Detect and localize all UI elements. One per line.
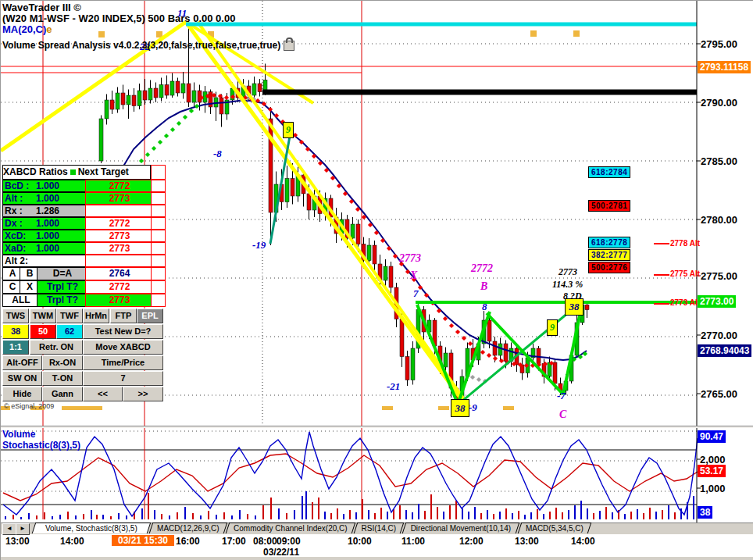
fib-level-badge: 500:2776: [588, 262, 630, 273]
table-cell: 2773: [85, 192, 152, 205]
tab-rsi-14-c-[interactable]: RSI(14,C): [354, 523, 405, 533]
time-axis-label: 14:00: [60, 536, 84, 547]
tab-scroll-left-button[interactable]: ◄: [2, 523, 16, 535]
table-cell: 2772: [85, 180, 152, 192]
wavetrader-window: WaveTrader III © (W20 M1-WSF - W20 INDEX…: [0, 0, 753, 560]
panel-button-move-xabcd[interactable]: Move XABCD: [83, 340, 163, 355]
panel-button-rx-on[interactable]: Rx-ON: [42, 355, 83, 370]
table-cell: 2772: [85, 280, 152, 294]
panel-button--[interactable]: <<: [83, 387, 123, 401]
panel-button-62[interactable]: 62: [56, 324, 83, 339]
wave-label: B: [480, 280, 487, 293]
table-cell: Trpl T?: [37, 294, 87, 307]
panel-button-twf[interactable]: TWF: [56, 309, 83, 323]
wave-count-box: 9: [283, 122, 294, 138]
panel-button-retr-on[interactable]: Retr. ON: [30, 340, 83, 355]
table-cell: [151, 205, 166, 217]
price-badge: 2768.94043: [698, 344, 751, 357]
fib-level-badge: 618:2784: [588, 166, 630, 178]
price-axis-label: 2775.00: [701, 270, 737, 282]
alt-target-label: 2778 Alt: [670, 239, 700, 248]
wave-label: 7: [413, 287, 419, 300]
indicator-axis-label: 2,000: [700, 454, 726, 465]
time-axis-label: 09:00: [277, 536, 301, 547]
tab-volume-stochastic-8-3-5-[interactable]: Volume, Stochastic(8(3),5): [32, 523, 152, 533]
table-cell: XaD:1.000: [2, 242, 87, 255]
wave-label: -8: [213, 148, 222, 160]
vsa-label-text: Volume Spread Analysis v4.0.2.3(3,20,fal…: [2, 40, 280, 51]
tab-directional-movement-10-14-[interactable]: Directional Movement(10,14): [402, 523, 520, 533]
panel-button-hrmn[interactable]: HrMn: [83, 309, 109, 323]
fib-level-badge: 382:2777: [588, 249, 630, 261]
table-cell: 2773: [85, 242, 152, 255]
price-axis-label: 2790.00: [701, 97, 737, 109]
panel-button-38[interactable]: 38: [2, 324, 29, 339]
time-axis-label: 13:00: [515, 536, 539, 547]
wave-label: 114.3 %: [552, 279, 583, 291]
tab-scroll-right-button[interactable]: ►: [16, 523, 30, 535]
panel-button-7[interactable]: 7: [83, 371, 163, 386]
time-axis-label: 08:00: [253, 536, 277, 547]
panel-button-hide[interactable]: Hide: [2, 387, 42, 401]
tab-macd-5-34-5-c-[interactable]: MACD(5,34,5,C): [518, 523, 592, 533]
panel-button-50[interactable]: 50: [30, 324, 56, 339]
table-cell: X: [20, 280, 38, 294]
price-badge: 2793.11158: [698, 61, 751, 73]
table-cell: Trpl T?: [37, 280, 87, 294]
panel-button-test-new-d-[interactable]: Test New D=?: [83, 324, 163, 339]
indicator-badge: 38: [698, 506, 712, 519]
wave-label: -9: [469, 401, 477, 414]
panel-button-alt-off[interactable]: Alt-OFF: [2, 355, 42, 370]
table-cell: [151, 217, 166, 230]
wave-label: -21: [387, 380, 400, 393]
time-axis-label: 14:00: [571, 536, 595, 547]
panel-button-1-1[interactable]: 1:1: [2, 340, 29, 355]
panel-button-gann[interactable]: Gann: [42, 387, 83, 401]
panel-button-ftp[interactable]: FTP: [110, 309, 137, 323]
wave-label: C: [559, 408, 566, 421]
panel-button-epl[interactable]: EPL: [137, 309, 163, 323]
tab-label: RSI(14,C): [356, 523, 401, 533]
app-title: WaveTrader III ©: [2, 2, 81, 13]
wave-label: 2773: [399, 252, 421, 265]
tab-macd-12-26-9-c-[interactable]: MACD(12,26,9,C): [149, 523, 228, 533]
table-cell: Alt :1.000: [2, 192, 87, 205]
panel-button-twm[interactable]: TWM: [30, 309, 56, 323]
table-cell: 2773: [85, 294, 152, 307]
tab-label: Commodity Channel Index(20,C): [228, 523, 353, 533]
price-axis-label: 2765.00: [701, 388, 737, 400]
alt-target-label: 2773 Alt: [670, 298, 700, 307]
price-axis-label: 2795.00: [701, 38, 737, 50]
panel-button-t-on[interactable]: T-ON: [42, 371, 83, 386]
panel-button--[interactable]: >>: [123, 387, 163, 401]
vsa-study-label: Volume Spread Analysis v4.0.2.3(3,20,fal…: [2, 40, 294, 51]
table-header: XABCD RatiosNext Target: [2, 165, 151, 180]
price-axis-label: 2780.00: [701, 214, 737, 226]
time-axis-label: 11:00: [401, 536, 425, 547]
table-cell: A: [2, 267, 21, 280]
lock-icon[interactable]: [284, 41, 294, 51]
table-cell: Dx :1.000: [2, 217, 87, 230]
fib-level-badge: 618:2778: [588, 237, 630, 248]
tab-label: Volume, Stochastic(8(3),5): [34, 523, 148, 533]
ma-label-suffix: e: [46, 23, 52, 35]
table-cell: B: [20, 267, 38, 280]
stochastic-pane-label: Stochastic(8(3),5): [2, 440, 80, 451]
table-cell: ALL: [2, 294, 38, 307]
wave-label: 8: [482, 301, 487, 313]
symbol-line: (W20 M1-WSF - W20 INDEX,5) 500 Bars 0.00…: [2, 12, 235, 24]
table-cell: [151, 165, 166, 180]
panel-button-time-price[interactable]: Time/Price: [83, 355, 163, 370]
table-cell: 2772: [85, 217, 152, 230]
table-cell: [85, 205, 152, 217]
table-cell: [151, 255, 166, 267]
table-header-col1: XABCD Ratios: [3, 166, 68, 177]
ma-study-label: MA(20,C)e: [2, 23, 52, 35]
panel-button-tws[interactable]: TWS: [2, 309, 29, 323]
table-cell: Alt 2:: [2, 255, 87, 267]
date-label: 03/22/11: [263, 547, 299, 558]
tab-commodity-channel-index-20-c-[interactable]: Commodity Channel Index(20,C): [226, 523, 356, 533]
table-cell: [85, 255, 152, 267]
panel-button-sw-on[interactable]: SW ON: [2, 371, 42, 386]
table-cell: 2764: [85, 267, 152, 280]
